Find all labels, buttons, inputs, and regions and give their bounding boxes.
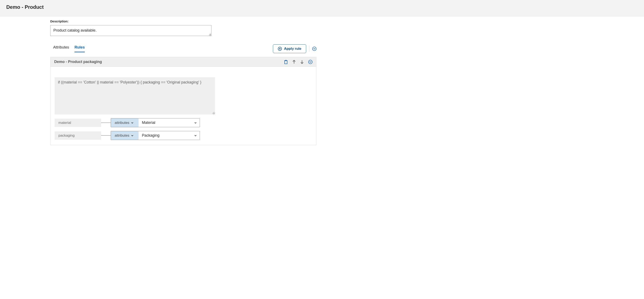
resize-handle-icon[interactable] xyxy=(212,112,214,114)
move-up-button[interactable] xyxy=(292,60,296,64)
mapping-row-material: material attributes Material xyxy=(55,118,312,127)
mapping-source-select[interactable]: attributes xyxy=(111,118,138,127)
tab-attributes[interactable]: Attributes xyxy=(53,45,69,52)
chevron-down-icon xyxy=(131,122,134,124)
rules-panel: Demo - Product packaging if ((material =… xyxy=(50,57,316,145)
more-actions-toggle[interactable] xyxy=(312,47,316,51)
move-down-button[interactable] xyxy=(300,60,304,64)
description-label: Description: xyxy=(50,20,372,23)
chevron-down-icon xyxy=(194,134,197,137)
tab-actions: Apply rule xyxy=(273,44,316,53)
page-header: Demo - Product xyxy=(0,0,644,16)
rule-header-actions xyxy=(284,60,312,64)
tabs: Attributes Rules xyxy=(53,45,273,52)
rule-body: if ((material == 'Cotton' || material ==… xyxy=(50,67,316,145)
chevron-down-icon xyxy=(131,134,134,137)
description-input[interactable]: Product catalog available. xyxy=(50,25,212,36)
mapping-row-packaging: packaging attributes Packaging xyxy=(55,131,312,140)
page-title: Demo - Product xyxy=(6,4,638,10)
chevron-down-icon xyxy=(309,61,312,63)
tabs-row: Attributes Rules Apply rule xyxy=(50,44,316,53)
mapping-value-label: Packaging xyxy=(142,133,160,138)
mapping-source-select[interactable]: attributes xyxy=(111,131,138,140)
mapping-var-label: material xyxy=(55,119,101,127)
tab-rules[interactable]: Rules xyxy=(74,45,85,52)
rule-expression-text: if ((material == 'Cotton' || material ==… xyxy=(58,80,201,84)
rule-title: Demo - Product packaging xyxy=(54,60,284,64)
mapping-selector: attributes Packaging xyxy=(111,131,200,140)
connector-line xyxy=(101,122,111,123)
mapping-value-select[interactable]: Packaging xyxy=(138,131,200,140)
chevron-down-icon xyxy=(313,48,316,50)
rule-expression-input[interactable]: if ((material == 'Cotton' || material ==… xyxy=(55,77,215,114)
mapping-value-select[interactable]: Material xyxy=(138,118,200,127)
rule-header: Demo - Product packaging xyxy=(50,57,316,67)
mapping-source-label: attributes xyxy=(115,134,129,138)
main-content: Description: Product catalog available. … xyxy=(50,16,372,152)
delete-rule-button[interactable] xyxy=(284,60,288,64)
arrow-down-icon xyxy=(300,60,304,64)
mapping-value-label: Material xyxy=(142,120,155,125)
collapse-rule-toggle[interactable] xyxy=(308,60,312,64)
apply-rule-label: Apply rule xyxy=(284,47,302,51)
apply-rule-button[interactable]: Apply rule xyxy=(273,44,306,53)
mapping-var-label: packaging xyxy=(55,132,101,140)
resize-handle-icon[interactable] xyxy=(209,33,211,35)
mapping-source-label: attributes xyxy=(115,121,129,125)
plus-circle-icon xyxy=(278,47,282,51)
description-value: Product catalog available. xyxy=(53,28,96,32)
mapping-selector: attributes Material xyxy=(111,118,200,127)
arrow-up-icon xyxy=(292,60,296,64)
chevron-down-icon xyxy=(194,122,197,124)
trash-icon xyxy=(284,60,288,64)
